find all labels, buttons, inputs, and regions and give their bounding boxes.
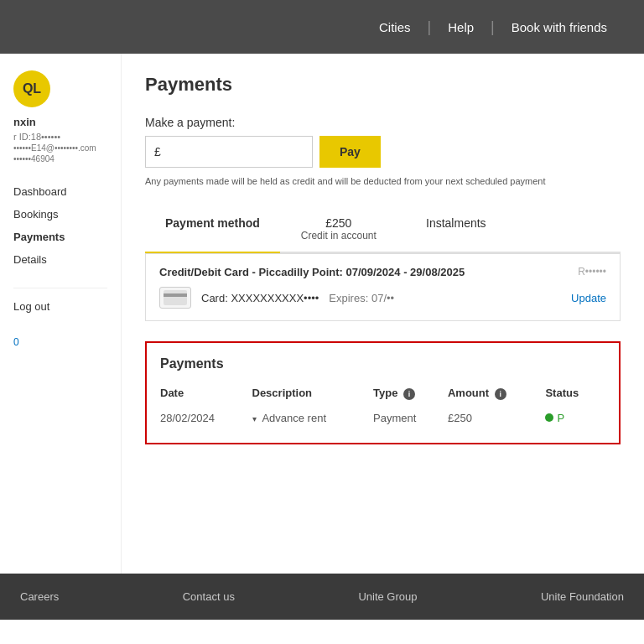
- update-card-link[interactable]: Update: [571, 292, 606, 304]
- cell-amount: £250: [448, 407, 545, 429]
- payments-table-head: Date Description Type i Amount i Status: [160, 383, 605, 407]
- card-expiry: Expires: 07/••: [329, 292, 394, 304]
- main-layout: QL nxin r ID:18•••••• ••••••E14@••••••••…: [0, 54, 644, 574]
- nav-cities[interactable]: Cities: [362, 20, 428, 34]
- status-paid: P: [545, 412, 599, 424]
- payment-amount-input[interactable]: [164, 145, 290, 158]
- type-info-icon: i: [403, 388, 415, 400]
- card-title-row: Credit/Debit Card - Piccadilly Point: 07…: [159, 266, 606, 278]
- card-detail-row: Card: XXXXXXXXXX•••• Expires: 07/•• Upda…: [159, 287, 606, 309]
- payments-table-header-row: Date Description Type i Amount i Status: [160, 383, 605, 407]
- card-title: Credit/Debit Card - Piccadilly Point: 07…: [159, 266, 465, 278]
- card-info-box: Credit/Debit Card - Piccadilly Point: 07…: [145, 253, 621, 321]
- footer: Careers Contact us Unite Group Unite Fou…: [0, 574, 644, 620]
- svg-rect-0: [164, 290, 187, 305]
- sidebar-phone: ••••••46904: [13, 154, 107, 164]
- tab-instalments[interactable]: Instalments: [397, 206, 515, 253]
- header: Cities | Help | Book with friends: [0, 0, 644, 54]
- sidebar-logout[interactable]: Log out: [13, 295, 107, 318]
- sidebar-id: r ID:18••••••: [13, 132, 107, 142]
- card-icon: [159, 287, 191, 309]
- nav-book-with-friends[interactable]: Book with friends: [495, 20, 624, 34]
- avatar: QL: [13, 70, 50, 107]
- card-number: Card: XXXXXXXXXX••••: [201, 292, 319, 304]
- tab-payment-method[interactable]: Payment method: [145, 206, 280, 253]
- sidebar-menu: Dashboard Bookings Payments Details: [13, 180, 107, 271]
- credit-card-svg: [164, 290, 187, 305]
- col-date: Date: [160, 383, 252, 407]
- payment-input-wrapper: £: [145, 136, 313, 168]
- sidebar-item-bookings[interactable]: Bookings: [13, 203, 107, 226]
- sidebar-link[interactable]: 0: [13, 336, 19, 348]
- card-ref: R••••••: [578, 266, 606, 278]
- expires-value: 07/••: [371, 292, 394, 304]
- amount-info-icon: i: [495, 388, 506, 400]
- row-chevron-icon[interactable]: ▾: [252, 414, 257, 423]
- tab-credit[interactable]: £250 Credit in account: [280, 206, 397, 253]
- col-type: Type i: [373, 383, 448, 407]
- svg-rect-1: [164, 293, 187, 297]
- status-dot-icon: [545, 413, 553, 422]
- table-row: 28/02/2024 ▾ Advance rent Payment £250 P: [160, 407, 605, 429]
- payments-section: Payments Date Description Type i Amount …: [145, 341, 621, 444]
- expires-label: Expires:: [329, 292, 368, 304]
- sidebar-email: ••••••E14@••••••••.com: [13, 143, 107, 153]
- payment-form: £ Pay: [145, 136, 621, 168]
- sidebar-item-details[interactable]: Details: [13, 248, 107, 271]
- sidebar-item-dashboard[interactable]: Dashboard: [13, 180, 107, 203]
- footer-contact-us[interactable]: Contact us: [183, 590, 235, 603]
- col-description: Description: [252, 383, 374, 407]
- sidebar-divider: [13, 288, 107, 288]
- cell-date: 28/02/2024: [160, 407, 252, 429]
- main-content: Payments Make a payment: £ Pay Any payme…: [122, 54, 644, 574]
- cell-type: Payment: [373, 407, 448, 429]
- cell-description: ▾ Advance rent: [252, 407, 374, 429]
- col-amount: Amount i: [448, 383, 545, 407]
- footer-unite-group[interactable]: Unite Group: [358, 590, 417, 603]
- footer-careers[interactable]: Careers: [20, 590, 59, 603]
- cell-status: P: [545, 407, 605, 429]
- payment-note: Any payments made will be held as credit…: [145, 176, 621, 186]
- sidebar: QL nxin r ID:18•••••• ••••••E14@••••••••…: [0, 54, 122, 574]
- footer-unite-foundation[interactable]: Unite Foundation: [541, 590, 624, 603]
- nav-help[interactable]: Help: [431, 20, 491, 34]
- make-payment-label: Make a payment:: [145, 116, 621, 129]
- pay-button[interactable]: Pay: [319, 136, 381, 168]
- page-title: Payments: [145, 74, 621, 96]
- payment-tabs: Payment method £250 Credit in account In…: [145, 206, 621, 253]
- payments-section-title: Payments: [160, 356, 605, 371]
- header-nav: Cities | Help | Book with friends: [362, 18, 624, 36]
- sidebar-item-payments[interactable]: Payments: [13, 226, 107, 248]
- sidebar-secondary-menu: Log out: [13, 295, 107, 318]
- sidebar-name: nxin: [13, 116, 107, 128]
- payments-table: Date Description Type i Amount i Status: [160, 383, 605, 429]
- payments-table-body: 28/02/2024 ▾ Advance rent Payment £250 P: [160, 407, 605, 429]
- col-status: Status: [545, 383, 605, 407]
- currency-symbol: £: [154, 145, 161, 158]
